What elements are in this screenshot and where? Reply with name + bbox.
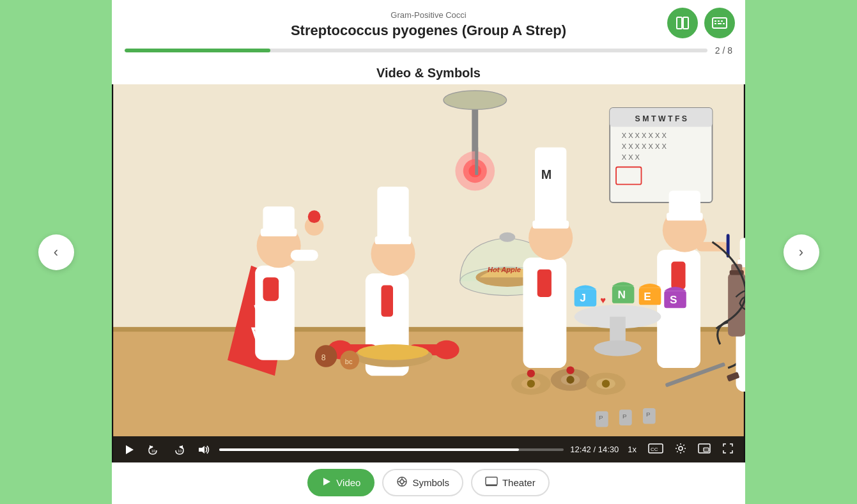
svg-text:J: J	[580, 291, 586, 304]
svg-rect-54	[535, 148, 566, 226]
total-time: 14:30	[598, 445, 619, 454]
svg-point-97	[566, 367, 574, 374]
main-content: Gram-Positive Cocci Streptococcus pyogen…	[112, 0, 745, 504]
svg-rect-66	[740, 238, 745, 262]
book-icon-button[interactable]	[667, 8, 698, 38]
svg-text:X X X X X X X: X X X X X X X	[622, 132, 667, 139]
svg-marker-111	[199, 446, 205, 454]
svg-point-114	[679, 447, 683, 450]
symbols-tab-icon	[396, 476, 408, 489]
svg-rect-55	[532, 220, 569, 228]
svg-point-70	[594, 340, 642, 356]
play-button[interactable]	[121, 443, 137, 457]
video-controls: 10 10 12:42	[112, 436, 745, 462]
svg-rect-0	[677, 17, 682, 29]
svg-point-83	[315, 345, 337, 367]
svg-rect-124	[486, 477, 497, 485]
svg-rect-4	[718, 20, 720, 22]
svg-text:Hot Apple: Hot Apple	[488, 266, 521, 273]
pip-button[interactable]	[695, 442, 713, 457]
svg-point-48	[434, 340, 459, 360]
keyboard-icon-button[interactable]	[704, 8, 735, 38]
progress-bar-track	[125, 49, 707, 52]
svg-text:♥: ♥	[600, 295, 606, 305]
svg-text:bc: bc	[345, 358, 353, 365]
svg-rect-58	[671, 262, 685, 289]
page-title: Streptococcus pyogenes (Group A Strep)	[125, 22, 732, 39]
svg-rect-61	[667, 213, 703, 220]
svg-rect-125	[486, 485, 497, 486]
next-button[interactable]: ›	[784, 234, 819, 270]
svg-text:M: M	[541, 167, 552, 181]
svg-rect-1	[683, 17, 688, 29]
video-tab-icon	[321, 477, 332, 489]
svg-point-119	[400, 480, 404, 484]
volume-button[interactable]	[195, 443, 213, 456]
header: Gram-Positive Cocci Streptococcus pyogen…	[112, 0, 745, 61]
video-time: 12:42 / 14:30	[570, 445, 619, 454]
svg-point-38	[308, 210, 321, 223]
video-container[interactable]: S M T W T F S X X X X X X X X X X X X X …	[112, 84, 745, 462]
rewind10-button[interactable]: 10	[144, 443, 163, 457]
theater-tab-label: Theater	[502, 477, 536, 488]
video-progress-fill	[219, 448, 519, 451]
right-navigation: ›	[745, 0, 857, 504]
svg-rect-11	[112, 327, 745, 332]
svg-text:S M T W T F S: S M T W T F S	[635, 114, 687, 123]
prev-button[interactable]: ‹	[38, 234, 74, 270]
svg-point-50	[358, 344, 429, 360]
svg-text:S: S	[670, 293, 677, 306]
svg-text:10: 10	[151, 449, 156, 453]
svg-rect-7	[718, 23, 722, 24]
svg-rect-33	[263, 277, 279, 301]
svg-text:X X X: X X X	[622, 153, 640, 161]
video-progress-bar[interactable]	[219, 448, 564, 451]
progress-bar-fill	[125, 49, 270, 52]
svg-point-29	[500, 233, 516, 242]
tab-video[interactable]: Video	[307, 469, 374, 496]
svg-marker-117	[323, 478, 330, 485]
svg-marker-106	[126, 445, 134, 454]
fullscreen-button[interactable]	[720, 441, 736, 457]
chevron-left-icon: ‹	[54, 244, 58, 261]
svg-rect-8	[723, 23, 725, 24]
svg-point-89	[527, 380, 535, 388]
tab-theater[interactable]: Theater	[471, 469, 550, 496]
tab-symbols[interactable]: Symbols	[382, 469, 463, 496]
svg-text:X X X X X X X: X X X X X X X	[622, 142, 667, 150]
svg-rect-52	[537, 270, 552, 297]
top-icons	[667, 8, 735, 38]
bottom-tabs: Video Symbols Th	[112, 462, 745, 504]
subtitle: Gram-Positive Cocci	[125, 10, 732, 20]
svg-point-96	[527, 369, 535, 377]
svg-text:P: P	[622, 413, 627, 420]
svg-point-95	[602, 380, 610, 388]
svg-text:8: 8	[321, 353, 326, 362]
progress-label: 2 / 8	[715, 45, 732, 56]
svg-text:P: P	[646, 411, 651, 418]
svg-text:N: N	[618, 288, 626, 301]
svg-rect-5	[721, 20, 723, 22]
svg-rect-116	[704, 448, 709, 452]
svg-text:CC: CC	[651, 447, 658, 452]
symbols-tab-label: Symbols	[412, 477, 449, 488]
time-separator: /	[593, 445, 598, 454]
current-time: 12:42	[570, 445, 591, 454]
svg-rect-6	[714, 23, 716, 24]
speed-button[interactable]: 1x	[625, 443, 639, 455]
left-navigation: ‹	[0, 0, 112, 504]
section-title: Video & Symbols	[112, 61, 745, 84]
svg-rect-12	[112, 84, 113, 462]
progress-bar-container: 2 / 8	[125, 45, 732, 56]
svg-rect-36	[261, 229, 297, 236]
chevron-right-icon: ›	[799, 244, 803, 261]
svg-point-92	[566, 376, 574, 383]
svg-rect-39	[291, 250, 318, 261]
forward10-button[interactable]: 10	[169, 443, 189, 457]
cc-button[interactable]: CC	[645, 442, 666, 457]
svg-rect-43	[377, 187, 408, 241]
svg-text:10: 10	[178, 449, 182, 453]
settings-button[interactable]	[672, 441, 689, 457]
svg-rect-41	[382, 286, 394, 317]
svg-rect-3	[714, 20, 716, 22]
